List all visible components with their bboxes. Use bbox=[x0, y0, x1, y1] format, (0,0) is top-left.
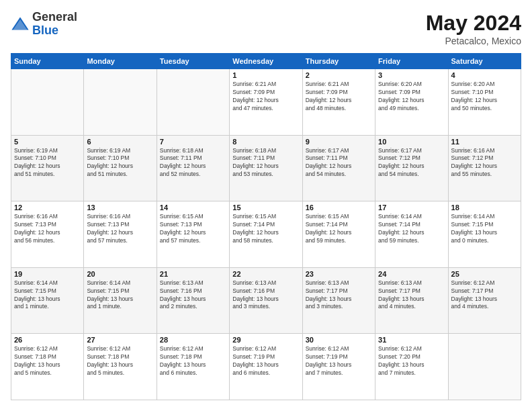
day-info: Sunrise: 6:12 AM Sunset: 7:18 PM Dayligh… bbox=[87, 345, 153, 377]
logo: General Blue bbox=[11, 11, 77, 38]
calendar-header-thursday: Thursday bbox=[302, 54, 375, 69]
calendar-header-saturday: Saturday bbox=[448, 54, 521, 69]
day-info: Sunrise: 6:19 AM Sunset: 7:10 PM Dayligh… bbox=[14, 147, 81, 179]
calendar-week-1: 1Sunrise: 6:21 AM Sunset: 7:09 PM Daylig… bbox=[11, 69, 521, 136]
day-number: 14 bbox=[160, 203, 226, 212]
subtitle: Petacalco, Mexico bbox=[426, 36, 521, 46]
calendar-cell: 3Sunrise: 6:20 AM Sunset: 7:09 PM Daylig… bbox=[375, 69, 448, 136]
day-info: Sunrise: 6:18 AM Sunset: 7:11 PM Dayligh… bbox=[160, 147, 226, 179]
logo-general: General bbox=[32, 10, 77, 24]
calendar-cell: 7Sunrise: 6:18 AM Sunset: 7:11 PM Daylig… bbox=[157, 135, 229, 201]
day-info: Sunrise: 6:18 AM Sunset: 7:11 PM Dayligh… bbox=[232, 147, 299, 179]
calendar-header-monday: Monday bbox=[84, 54, 157, 69]
day-number: 6 bbox=[87, 138, 153, 146]
calendar-cell: 1Sunrise: 6:21 AM Sunset: 7:09 PM Daylig… bbox=[230, 69, 302, 136]
day-number: 5 bbox=[14, 138, 81, 146]
calendar-cell: 27Sunrise: 6:12 AM Sunset: 7:18 PM Dayli… bbox=[84, 334, 157, 400]
calendar-header-wednesday: Wednesday bbox=[230, 54, 302, 69]
calendar-cell: 15Sunrise: 6:15 AM Sunset: 7:14 PM Dayli… bbox=[230, 201, 302, 268]
calendar-cell: 17Sunrise: 6:14 AM Sunset: 7:14 PM Dayli… bbox=[375, 201, 448, 268]
day-info: Sunrise: 6:15 AM Sunset: 7:13 PM Dayligh… bbox=[160, 213, 226, 245]
day-number: 16 bbox=[306, 203, 372, 212]
calendar-cell bbox=[448, 334, 521, 400]
day-number: 20 bbox=[87, 270, 153, 278]
day-info: Sunrise: 6:21 AM Sunset: 7:09 PM Dayligh… bbox=[306, 81, 372, 113]
day-info: Sunrise: 6:13 AM Sunset: 7:16 PM Dayligh… bbox=[160, 279, 226, 312]
calendar-header-friday: Friday bbox=[375, 54, 448, 69]
page: General Blue May 2024 Petacalco, Mexico … bbox=[0, 0, 532, 411]
day-number: 27 bbox=[87, 336, 153, 344]
day-number: 2 bbox=[306, 71, 372, 79]
day-info: Sunrise: 6:14 AM Sunset: 7:15 PM Dayligh… bbox=[14, 279, 81, 312]
day-number: 28 bbox=[160, 336, 226, 344]
day-number: 22 bbox=[232, 270, 299, 278]
day-number: 3 bbox=[378, 71, 445, 79]
calendar-cell: 29Sunrise: 6:12 AM Sunset: 7:19 PM Dayli… bbox=[230, 334, 302, 400]
calendar-cell: 5Sunrise: 6:19 AM Sunset: 7:10 PM Daylig… bbox=[11, 135, 84, 201]
day-info: Sunrise: 6:13 AM Sunset: 7:16 PM Dayligh… bbox=[232, 279, 299, 312]
day-info: Sunrise: 6:12 AM Sunset: 7:19 PM Dayligh… bbox=[306, 345, 372, 377]
header: General Blue May 2024 Petacalco, Mexico bbox=[11, 11, 521, 46]
day-info: Sunrise: 6:19 AM Sunset: 7:10 PM Dayligh… bbox=[87, 147, 153, 179]
day-number: 15 bbox=[232, 203, 299, 212]
calendar-header-tuesday: Tuesday bbox=[157, 54, 229, 69]
day-info: Sunrise: 6:16 AM Sunset: 7:13 PM Dayligh… bbox=[87, 213, 153, 245]
day-number: 9 bbox=[306, 138, 372, 146]
day-info: Sunrise: 6:13 AM Sunset: 7:17 PM Dayligh… bbox=[306, 279, 372, 312]
calendar-cell bbox=[84, 69, 157, 136]
calendar-cell: 14Sunrise: 6:15 AM Sunset: 7:13 PM Dayli… bbox=[157, 201, 229, 268]
day-info: Sunrise: 6:12 AM Sunset: 7:17 PM Dayligh… bbox=[451, 279, 518, 312]
calendar-header-row: SundayMondayTuesdayWednesdayThursdayFrid… bbox=[11, 54, 521, 69]
logo-icon bbox=[11, 15, 30, 34]
calendar-cell: 2Sunrise: 6:21 AM Sunset: 7:09 PM Daylig… bbox=[302, 69, 375, 136]
day-info: Sunrise: 6:17 AM Sunset: 7:12 PM Dayligh… bbox=[378, 147, 445, 179]
calendar-cell: 21Sunrise: 6:13 AM Sunset: 7:16 PM Dayli… bbox=[157, 267, 229, 334]
day-info: Sunrise: 6:12 AM Sunset: 7:18 PM Dayligh… bbox=[160, 345, 226, 377]
day-number: 8 bbox=[232, 138, 299, 146]
calendar-cell: 30Sunrise: 6:12 AM Sunset: 7:19 PM Dayli… bbox=[302, 334, 375, 400]
day-info: Sunrise: 6:20 AM Sunset: 7:10 PM Dayligh… bbox=[451, 81, 518, 113]
calendar-cell: 16Sunrise: 6:15 AM Sunset: 7:14 PM Dayli… bbox=[302, 201, 375, 268]
calendar-cell: 24Sunrise: 6:13 AM Sunset: 7:17 PM Dayli… bbox=[375, 267, 448, 334]
calendar-cell: 18Sunrise: 6:14 AM Sunset: 7:15 PM Dayli… bbox=[448, 201, 521, 268]
day-info: Sunrise: 6:14 AM Sunset: 7:15 PM Dayligh… bbox=[451, 213, 518, 245]
day-number: 17 bbox=[378, 203, 445, 212]
calendar-cell: 11Sunrise: 6:16 AM Sunset: 7:12 PM Dayli… bbox=[448, 135, 521, 201]
calendar-cell: 19Sunrise: 6:14 AM Sunset: 7:15 PM Dayli… bbox=[11, 267, 84, 334]
day-number: 31 bbox=[378, 336, 445, 344]
calendar-cell: 4Sunrise: 6:20 AM Sunset: 7:10 PM Daylig… bbox=[448, 69, 521, 136]
day-number: 29 bbox=[232, 336, 299, 344]
calendar-cell: 28Sunrise: 6:12 AM Sunset: 7:18 PM Dayli… bbox=[157, 334, 229, 400]
calendar-cell: 26Sunrise: 6:12 AM Sunset: 7:18 PM Dayli… bbox=[11, 334, 84, 400]
day-info: Sunrise: 6:21 AM Sunset: 7:09 PM Dayligh… bbox=[232, 81, 299, 113]
day-info: Sunrise: 6:12 AM Sunset: 7:20 PM Dayligh… bbox=[378, 345, 445, 377]
calendar-cell: 20Sunrise: 6:14 AM Sunset: 7:15 PM Dayli… bbox=[84, 267, 157, 334]
calendar-week-2: 5Sunrise: 6:19 AM Sunset: 7:10 PM Daylig… bbox=[11, 135, 521, 201]
calendar-cell: 6Sunrise: 6:19 AM Sunset: 7:10 PM Daylig… bbox=[84, 135, 157, 201]
day-info: Sunrise: 6:12 AM Sunset: 7:18 PM Dayligh… bbox=[14, 345, 81, 377]
main-title: May 2024 bbox=[426, 11, 521, 36]
calendar-cell bbox=[157, 69, 229, 136]
day-info: Sunrise: 6:16 AM Sunset: 7:13 PM Dayligh… bbox=[14, 213, 81, 245]
day-number: 11 bbox=[451, 138, 518, 146]
day-number: 19 bbox=[14, 270, 81, 278]
day-info: Sunrise: 6:14 AM Sunset: 7:15 PM Dayligh… bbox=[87, 279, 153, 312]
calendar-week-4: 19Sunrise: 6:14 AM Sunset: 7:15 PM Dayli… bbox=[11, 267, 521, 334]
day-number: 26 bbox=[14, 336, 81, 344]
day-info: Sunrise: 6:17 AM Sunset: 7:11 PM Dayligh… bbox=[306, 147, 372, 179]
day-number: 30 bbox=[306, 336, 372, 344]
day-info: Sunrise: 6:14 AM Sunset: 7:14 PM Dayligh… bbox=[378, 213, 445, 245]
calendar-cell bbox=[11, 69, 84, 136]
logo-text: General Blue bbox=[32, 11, 77, 38]
calendar-cell: 31Sunrise: 6:12 AM Sunset: 7:20 PM Dayli… bbox=[375, 334, 448, 400]
calendar-cell: 10Sunrise: 6:17 AM Sunset: 7:12 PM Dayli… bbox=[375, 135, 448, 201]
calendar-cell: 23Sunrise: 6:13 AM Sunset: 7:17 PM Dayli… bbox=[302, 267, 375, 334]
title-block: May 2024 Petacalco, Mexico bbox=[426, 11, 521, 46]
day-number: 7 bbox=[160, 138, 226, 146]
day-number: 25 bbox=[451, 270, 518, 278]
day-info: Sunrise: 6:16 AM Sunset: 7:12 PM Dayligh… bbox=[451, 147, 518, 179]
day-info: Sunrise: 6:13 AM Sunset: 7:17 PM Dayligh… bbox=[378, 279, 445, 312]
day-number: 12 bbox=[14, 203, 81, 212]
day-number: 24 bbox=[378, 270, 445, 278]
day-number: 23 bbox=[306, 270, 372, 278]
